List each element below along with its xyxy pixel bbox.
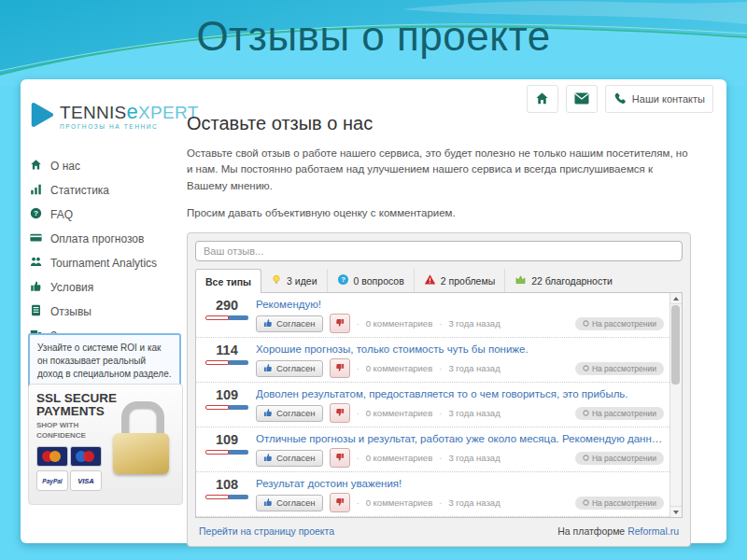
status-badge: На рассмотрении	[575, 317, 664, 330]
vote-count: 114	[198, 343, 256, 357]
vote-bar	[205, 450, 248, 455]
feedback-list-container: 290 Рекомендую! Согласен	[195, 292, 683, 518]
tab-label: 0 вопросов	[354, 275, 404, 287]
feedback-age: 3 года назад	[448, 497, 500, 508]
feedback-title-link[interactable]: Рекомендую!	[256, 298, 664, 311]
play-triangle-icon	[28, 100, 56, 133]
tab-label: 2 проблемы	[441, 275, 495, 287]
thumb-up-icon	[263, 453, 273, 464]
feedback-title-link[interactable]: Отличные прогнозы и результат, работаю у…	[256, 432, 664, 445]
agree-button[interactable]: Согласен	[256, 315, 323, 332]
agree-button[interactable]: Согласен	[256, 360, 323, 377]
thumb-down-icon	[335, 496, 345, 510]
vote-bar-negative	[205, 495, 229, 499]
thumb-up-icon	[263, 318, 273, 329]
feedback-title-link[interactable]: Результат достоин уважения!	[256, 477, 664, 490]
status-label: На рассмотрении	[592, 364, 656, 373]
sidebar-item-tournament-analytics[interactable]: Tournament Analytics	[28, 251, 182, 275]
vote-bar-positive	[229, 315, 248, 320]
feedback-tabs: Все типы 3 идеи ? 0 вопросов 2 проблемы	[195, 269, 683, 292]
thumbs-up-icon	[30, 280, 42, 295]
sidebar-item-reviews[interactable]: Отзывы	[28, 300, 182, 324]
logo-tagline: ПРОГНОЗЫ НА ТЕННИС	[60, 123, 199, 130]
feedback-row: 108 Результат достоин уважения! Согласен	[196, 472, 669, 517]
contacts-button-label: Наши контакты	[632, 93, 705, 105]
agree-button[interactable]: Согласен	[256, 495, 323, 511]
sidebar-item-faq[interactable]: ? FAQ	[28, 203, 182, 227]
vote-count: 109	[198, 432, 256, 447]
feedback-title-link[interactable]: Хорошие прогнозы, только стоимость чуть …	[256, 343, 664, 356]
feedback-body: Хорошие прогнозы, только стоимость чуть …	[256, 342, 664, 378]
list-scrollbar[interactable]	[669, 293, 682, 517]
disagree-button[interactable]	[330, 448, 350, 468]
mail-button[interactable]	[566, 85, 598, 113]
agree-button-label: Согласен	[276, 453, 316, 463]
status-circle-icon	[583, 410, 589, 416]
tab-label: 22 благодарности	[531, 275, 613, 287]
logo-part2: e	[126, 100, 138, 123]
status-label: На рассмотрении	[592, 409, 656, 418]
roi-note-text: Узнайте о системе ROI и как он показывае…	[37, 343, 171, 379]
disagree-button[interactable]	[330, 403, 350, 423]
comments-count: 0 комментариев	[366, 497, 433, 508]
home-icon	[535, 91, 549, 107]
roi-info-box[interactable]: Узнайте о системе ROI и как он показывае…	[28, 333, 181, 389]
vote-bar-positive	[229, 450, 248, 455]
maestro-icon	[70, 446, 102, 467]
contacts-button[interactable]: Наши контакты	[605, 85, 713, 113]
idea-bulb-icon	[271, 273, 282, 288]
sidebar-item-payment[interactable]: Оплата прогнозов	[28, 227, 182, 251]
reviews-list-icon	[30, 304, 42, 319]
meta-separator: ·	[357, 318, 359, 329]
logo-text: TENNISeXPERT ПРОГНОЗЫ НА ТЕННИС	[60, 100, 199, 130]
meta-separator: ·	[357, 453, 359, 463]
phone-icon	[613, 91, 627, 106]
payment-cards: PayPal VISA	[36, 446, 102, 491]
status-badge: На рассмотрении	[575, 407, 664, 420]
users-icon	[30, 256, 42, 271]
vote-block: 108	[198, 476, 256, 499]
tab-questions[interactable]: ? 0 вопросов	[327, 269, 414, 292]
sidebar-item-label: FAQ	[50, 208, 73, 221]
scrollbar-thumb[interactable]	[671, 305, 680, 385]
feedback-title-link[interactable]: Доволен результатом, предоставляется то …	[256, 387, 664, 400]
reformal-link[interactable]: Reformal.ru	[627, 525, 679, 537]
tab-ideas[interactable]: 3 идеи	[261, 269, 326, 292]
meta-separator: ·	[357, 497, 359, 508]
tab-thanks[interactable]: 22 благодарности	[504, 269, 622, 292]
vote-block: 114	[198, 342, 256, 365]
sidebar-item-label: Условия	[50, 281, 93, 294]
review-input[interactable]	[195, 241, 683, 261]
status-badge: На рассмотрении	[575, 452, 664, 465]
feedback-age: 3 года назад	[448, 408, 500, 418]
status-badge: На рассмотрении	[575, 362, 664, 375]
feedback-row: 109 Отличные прогнозы и результат, работ…	[196, 427, 669, 472]
bar-chart-icon	[30, 183, 42, 198]
status-label: На рассмотрении	[592, 454, 656, 463]
agree-button[interactable]: Согласен	[256, 405, 323, 422]
home-button[interactable]	[527, 85, 558, 113]
mastercard-icon	[36, 446, 68, 467]
scroll-down-arrow[interactable]	[670, 506, 682, 517]
project-page-link[interactable]: Перейти на страницу проекта	[199, 525, 334, 537]
vote-bar-negative	[205, 405, 229, 410]
thumb-up-icon	[263, 497, 273, 509]
sidebar-item-statistics[interactable]: Статистика	[28, 178, 182, 203]
visa-icon: VISA	[70, 470, 102, 491]
disagree-button[interactable]	[330, 314, 350, 333]
intro-paragraph-1: Оставьте свой отзыв о работе нашего серв…	[187, 146, 691, 194]
tab-problems[interactable]: 2 проблемы	[414, 269, 504, 292]
disagree-button[interactable]	[330, 493, 350, 512]
meta-separator: ·	[439, 408, 442, 418]
agree-button[interactable]: Согласен	[256, 450, 323, 467]
sidebar-item-about[interactable]: О нас	[28, 154, 182, 178]
sidebar-item-terms[interactable]: Условия	[28, 275, 182, 300]
tab-all-types[interactable]: Все типы	[195, 269, 261, 293]
vote-count: 109	[198, 387, 256, 402]
feedback-meta: Согласен · 0 комментариев · 3 года	[256, 314, 664, 333]
disagree-button[interactable]	[330, 358, 350, 378]
scroll-up-arrow[interactable]	[670, 293, 682, 304]
thumb-up-icon	[263, 363, 273, 374]
site-logo[interactable]: TENNISeXPERT ПРОГНОЗЫ НА ТЕННИС	[28, 100, 199, 133]
padlock-icon	[113, 401, 173, 474]
